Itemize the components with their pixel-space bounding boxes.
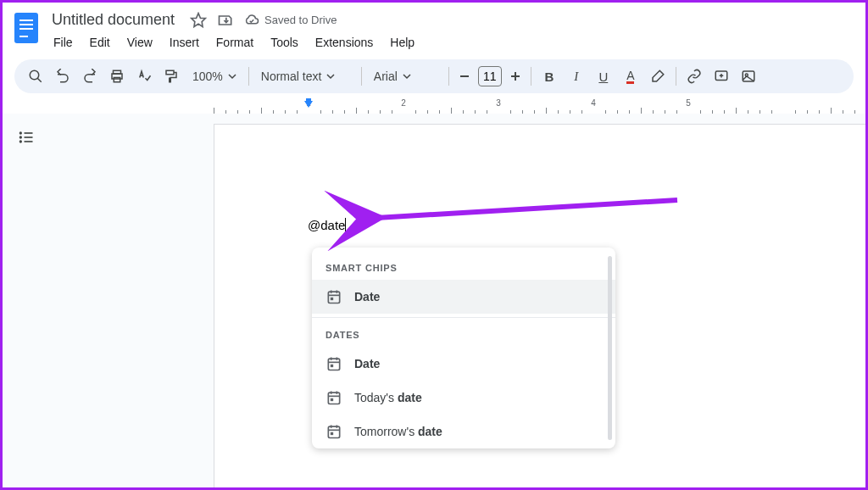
cloud-icon xyxy=(244,13,259,28)
suggestion-item[interactable]: Today's date xyxy=(312,381,615,415)
suggestion-item[interactable]: Date xyxy=(312,280,615,314)
document-title[interactable]: Untitled document xyxy=(47,9,180,31)
paint-format-icon[interactable] xyxy=(159,64,184,89)
move-icon[interactable] xyxy=(217,12,234,29)
zoom-dropdown[interactable]: 100% xyxy=(186,64,243,89)
search-icon[interactable] xyxy=(23,64,48,89)
svg-rect-36 xyxy=(328,426,339,437)
svg-rect-20 xyxy=(25,141,33,142)
menu-extensions[interactable]: Extensions xyxy=(309,32,380,53)
insert-link-icon[interactable] xyxy=(682,64,707,89)
suggestion-section-header: SMART CHIPS xyxy=(312,254,615,280)
toolbar: 100% Normal text Arial B I U A xyxy=(14,59,854,93)
insert-image-icon[interactable] xyxy=(736,64,761,89)
popup-scrollbar[interactable] xyxy=(608,256,612,440)
calendar-icon xyxy=(326,288,342,305)
svg-rect-18 xyxy=(25,136,33,138)
svg-point-15 xyxy=(19,131,22,134)
indent-marker[interactable] xyxy=(304,101,313,108)
suggestion-section-header: DATES xyxy=(312,321,615,347)
suggestion-label: Date xyxy=(354,290,380,303)
svg-point-19 xyxy=(19,140,22,142)
bold-icon[interactable]: B xyxy=(537,64,562,89)
calendar-icon xyxy=(326,355,342,372)
svg-rect-30 xyxy=(331,365,333,367)
print-icon[interactable] xyxy=(104,64,130,89)
redo-icon[interactable] xyxy=(77,64,103,89)
document-page[interactable]: @date SMART CHIPSDateDATESDateToday's da… xyxy=(214,124,865,488)
menu-file[interactable]: File xyxy=(47,32,80,53)
ruler[interactable]: 12345 xyxy=(214,98,865,114)
menu-edit[interactable]: Edit xyxy=(83,32,117,53)
svg-marker-0 xyxy=(192,13,206,26)
menu-insert[interactable]: Insert xyxy=(163,32,206,53)
text-color-icon[interactable]: A xyxy=(618,64,643,89)
svg-rect-21 xyxy=(328,292,339,303)
svg-rect-35 xyxy=(331,398,333,401)
calendar-icon xyxy=(326,423,342,440)
suggestion-label: Tomorrow's date xyxy=(354,425,442,438)
svg-rect-31 xyxy=(328,393,339,404)
svg-rect-16 xyxy=(25,132,33,134)
calendar-icon xyxy=(326,389,342,406)
svg-point-1 xyxy=(30,70,39,80)
star-icon[interactable] xyxy=(190,12,207,29)
suggestion-label: Today's date xyxy=(354,391,422,404)
spellcheck-icon[interactable] xyxy=(131,64,157,89)
menu-format[interactable]: Format xyxy=(209,32,260,53)
svg-rect-6 xyxy=(166,70,174,75)
document-text[interactable]: @date xyxy=(308,218,346,232)
menu-view[interactable]: View xyxy=(120,32,159,53)
menu-tools[interactable]: Tools xyxy=(264,32,305,53)
svg-rect-26 xyxy=(328,359,339,370)
font-dropdown[interactable]: Arial xyxy=(367,64,443,89)
save-status: Saved to Drive xyxy=(244,13,337,28)
outline-toggle-icon[interactable] xyxy=(13,124,40,151)
font-size-input[interactable] xyxy=(478,66,502,86)
italic-icon[interactable]: I xyxy=(564,64,589,89)
docs-logo[interactable] xyxy=(14,13,38,43)
svg-point-17 xyxy=(19,136,22,138)
svg-rect-25 xyxy=(331,298,333,300)
highlight-color-icon[interactable] xyxy=(645,64,670,89)
suggestion-item[interactable]: Date xyxy=(312,347,615,381)
underline-icon[interactable]: U xyxy=(591,64,616,89)
suggestion-label: Date xyxy=(354,357,380,370)
suggestion-item[interactable]: Tomorrow's date xyxy=(312,415,615,448)
smart-chip-suggestions: SMART CHIPSDateDATESDateToday's dateTomo… xyxy=(312,248,615,448)
menubar: File Edit View Insert Format Tools Exten… xyxy=(47,32,854,53)
undo-icon[interactable] xyxy=(50,64,75,89)
font-size-minus[interactable] xyxy=(454,64,475,89)
menu-help[interactable]: Help xyxy=(383,32,421,53)
style-dropdown[interactable]: Normal text xyxy=(254,64,356,89)
font-size-plus[interactable] xyxy=(505,64,526,89)
svg-rect-40 xyxy=(331,432,333,435)
add-comment-icon[interactable] xyxy=(709,64,734,89)
svg-line-2 xyxy=(37,78,42,82)
